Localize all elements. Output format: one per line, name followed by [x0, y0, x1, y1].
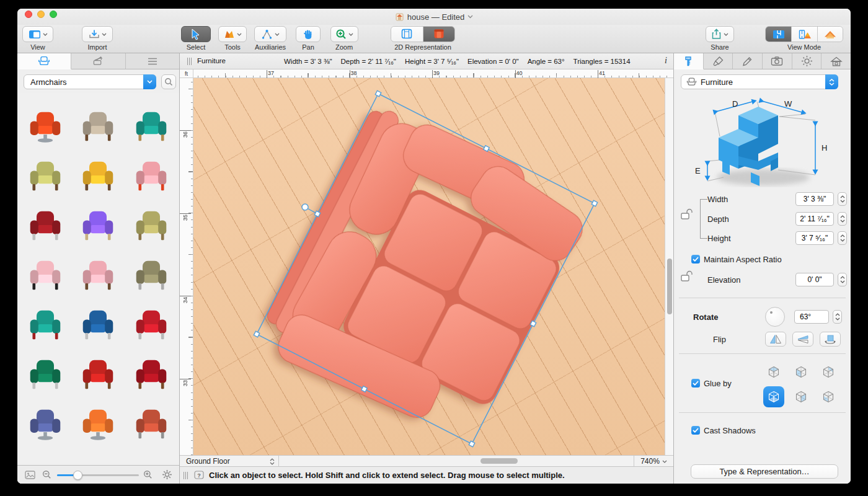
tab-dimensions[interactable]: [674, 53, 704, 69]
library-item-pink-metal-frame-chair[interactable]: [19, 250, 72, 300]
glue-face-top[interactable]: [763, 361, 784, 383]
tab-edit[interactable]: [733, 53, 763, 69]
pan-tool-button[interactable]: [296, 26, 321, 42]
pencil-icon: [742, 56, 753, 67]
vertical-scrollbar[interactable]: [665, 78, 673, 455]
tab-camera[interactable]: [763, 53, 792, 69]
thumbnail-size-slider[interactable]: [57, 474, 139, 476]
tab-materials[interactable]: [704, 53, 733, 69]
rotate-input[interactable]: 63°: [794, 310, 829, 324]
library-item-mission-wood-armchair[interactable]: [125, 201, 178, 250]
cast-shadows-checkbox[interactable]: [691, 426, 700, 435]
zoom-tool-button[interactable]: [330, 26, 358, 42]
ruler-top-label: 40: [515, 70, 523, 76]
thumbnail-view-icon[interactable]: [25, 471, 35, 479]
zoom-out-icon[interactable]: [42, 470, 51, 479]
house-icon: [830, 56, 843, 67]
floor-plan-canvas[interactable]: [193, 78, 665, 455]
flip-horizontal-button[interactable]: [765, 332, 786, 347]
elevation-input[interactable]: 0' 0": [795, 273, 834, 286]
depth-input[interactable]: 2' 11 ⁷⁄₁₆": [795, 212, 834, 226]
category-dropdown-chevron[interactable]: [143, 74, 156, 89]
tools-button[interactable]: [218, 26, 247, 42]
glue-face-front[interactable]: [818, 386, 839, 407]
sofa-object[interactable]: [252, 94, 598, 455]
help-icon[interactable]: ?: [194, 471, 204, 480]
settings-gear-icon[interactable]: [162, 469, 172, 480]
select-cursor-icon: [191, 29, 202, 40]
dimensions-lock-icon[interactable]: [680, 208, 694, 220]
library-item-olive-chrome-armchair[interactable]: [125, 250, 178, 300]
rotate-stepper[interactable]: [833, 310, 842, 324]
tab-materials-library[interactable]: [71, 53, 125, 69]
library-item-olive-armchair[interactable]: [19, 151, 72, 201]
library-item-beige-club-armchair[interactable]: [72, 102, 125, 151]
library-item-red-wooden-leg-armchair[interactable]: [72, 350, 125, 399]
dimensions-diagram: D W H E: [684, 97, 841, 190]
import-button[interactable]: [82, 26, 113, 42]
zoom-level-control[interactable]: 740%: [634, 456, 673, 467]
glue-by-checkbox[interactable]: [691, 379, 700, 388]
tab-furniture-library[interactable]: [17, 53, 71, 69]
library-item-wicker-armchair-teal-cushion[interactable]: [125, 102, 178, 151]
depth-stepper[interactable]: [838, 212, 847, 226]
rotate-3d-button[interactable]: [820, 332, 841, 347]
vertical-scroll-thumb[interactable]: [667, 259, 672, 314]
library-item-dark-green-cube-chair[interactable]: [19, 350, 72, 399]
library-item-pink-armchair-red-trim[interactable]: [125, 151, 178, 201]
2d-rep-wireframe-button[interactable]: [391, 27, 423, 42]
info-icon[interactable]: i: [665, 56, 667, 66]
drag-handle-icon[interactable]: [187, 58, 192, 65]
library-item-rust-high-back-chair[interactable]: [125, 399, 178, 449]
library-item-purple-armchair[interactable]: [72, 201, 125, 250]
category-dropdown[interactable]: Armchairs: [24, 74, 156, 89]
auxiliaries-button[interactable]: [254, 26, 286, 42]
2d-rep-filled-button[interactable]: [423, 27, 454, 42]
drag-handle-icon[interactable]: [184, 472, 188, 479]
glue-face-back[interactable]: [818, 361, 839, 383]
title-chevron-icon[interactable]: [467, 15, 473, 19]
height-stepper[interactable]: [838, 231, 847, 245]
library-item-orange-round-swivel-chair[interactable]: [72, 399, 125, 449]
search-button[interactable]: [161, 74, 176, 89]
inspector-dropdown-chevrons[interactable]: [825, 74, 838, 89]
library-item-dark-blue-tub-chair[interactable]: [72, 300, 125, 350]
pan-label: Pan: [302, 43, 314, 51]
glue-face-left[interactable]: [790, 361, 812, 383]
type-representation-button[interactable]: Type & Representation…: [691, 464, 838, 479]
select-tool-button[interactable]: [181, 26, 211, 42]
slider-knob[interactable]: [73, 471, 82, 480]
library-item-golden-tufted-armchair[interactable]: [72, 151, 125, 201]
width-stepper[interactable]: [838, 192, 847, 206]
floor-selector[interactable]: Ground Floor: [180, 456, 279, 467]
elevation-stepper[interactable]: [838, 273, 847, 286]
glue-face-right[interactable]: [790, 386, 812, 407]
library-item-teal-high-back-chair[interactable]: [19, 300, 72, 350]
library-item-pink-art-deco-armchair[interactable]: [72, 250, 125, 300]
view-mode-2d-button[interactable]: [766, 27, 791, 42]
library-item-navy-cube-swivel-chair[interactable]: [19, 399, 72, 449]
ruler-top-label: 37: [267, 70, 274, 76]
inspector-object-dropdown[interactable]: Furniture: [681, 74, 838, 89]
tab-project-tree[interactable]: [126, 53, 179, 69]
view-mode-3d-button[interactable]: [817, 27, 843, 42]
zoom-in-icon[interactable]: [143, 470, 153, 479]
library-item-red-chrome-frame-armchair[interactable]: [125, 300, 178, 350]
library-item-dark-red-boxy-armchair[interactable]: [19, 201, 72, 250]
rotate-dial[interactable]: [765, 307, 785, 327]
share-button[interactable]: [706, 26, 734, 42]
horizontal-scroll-thumb[interactable]: [480, 458, 518, 464]
elevation-lock-icon[interactable]: [680, 270, 694, 282]
tab-building[interactable]: [822, 53, 851, 69]
view-mode-split-button[interactable]: [791, 27, 817, 42]
height-input[interactable]: 3' 7 ⁵⁄₁₆": [795, 231, 834, 245]
library-item-orange-sculpted-swivel-chair[interactable]: [19, 102, 72, 151]
tab-light[interactable]: [792, 53, 822, 69]
width-input[interactable]: 3' 3 ⅜": [795, 192, 834, 206]
flip-vertical-button[interactable]: [792, 332, 813, 347]
rotate-handle[interactable]: [302, 204, 308, 210]
glue-face-bottom-selected[interactable]: [763, 386, 784, 407]
maintain-aspect-ratio-checkbox[interactable]: [691, 255, 700, 264]
view-button[interactable]: [22, 26, 53, 42]
library-item-crimson-wooden-leg-armchair[interactable]: [125, 350, 178, 399]
